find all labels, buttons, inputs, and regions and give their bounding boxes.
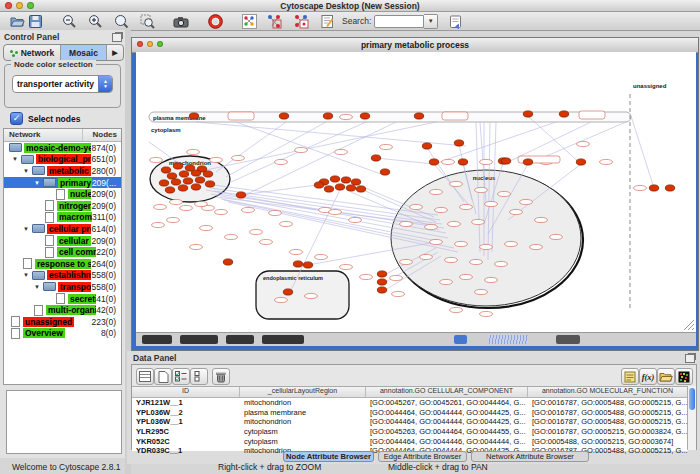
network-node[interactable] (203, 171, 212, 177)
network-node[interactable] (414, 113, 423, 119)
import-attributes-button[interactable] (657, 368, 675, 385)
network-node[interactable] (454, 140, 463, 146)
network-node[interactable] (283, 289, 292, 295)
birds-eye-view[interactable] (6, 390, 122, 454)
create-attribute-button[interactable] (154, 368, 172, 385)
select-nodes-checkbox[interactable]: ✓ (10, 112, 23, 125)
tree-item[interactable]: ▼primary metabo209(... (4, 177, 121, 189)
network-node[interactable] (360, 113, 369, 119)
network-node[interactable] (523, 159, 532, 165)
network-node[interactable] (377, 279, 386, 285)
tree-item[interactable]: Overview8(0) (4, 328, 121, 340)
network-node[interactable] (189, 113, 198, 119)
network-node[interactable] (223, 259, 232, 265)
tree-item[interactable]: cellular metabo209(0) (4, 235, 121, 247)
attribute-checklist-button[interactable] (172, 368, 190, 385)
tree-item[interactable]: ▼establishment of lo558(0) (4, 270, 121, 282)
attribute-list-button[interactable] (190, 368, 208, 385)
network-node[interactable] (351, 179, 360, 185)
tree-item[interactable]: ▼transport558(0) (4, 281, 121, 293)
network-node[interactable] (649, 185, 658, 191)
snapshot-button[interactable] (172, 13, 190, 29)
column-header[interactable]: annotation.GO CELLULAR_COMPONENT (366, 387, 528, 397)
disclosure-triangle-icon[interactable]: ▼ (34, 180, 43, 186)
tree-item[interactable]: multi-organism pro42(0) (4, 304, 121, 316)
disclosure-triangle-icon[interactable]: ▼ (34, 284, 43, 290)
table-scrollbar[interactable] (687, 386, 696, 450)
save-session-button[interactable] (26, 13, 44, 29)
column-header[interactable]: annotation.GO MOLECULAR_FUNCTION (528, 387, 688, 397)
network-node[interactable] (356, 186, 365, 192)
tree-item[interactable]: ▼cellular process614(0) (4, 223, 121, 235)
network-node[interactable] (429, 159, 438, 165)
tab-mosaic[interactable]: Mosaic (61, 45, 107, 60)
tree-item[interactable]: macromolecule311(0) (4, 212, 121, 224)
table-row[interactable]: YJR121W__1mitochondrion[GO:0045267, GO:0… (132, 398, 688, 408)
network-node[interactable] (422, 143, 431, 149)
node-color-combobox[interactable]: transporter activity ▲▼ (12, 75, 113, 93)
first-neighbors-button[interactable] (266, 13, 284, 29)
more-tabs-button[interactable]: ▶ (107, 45, 123, 60)
network-node[interactable] (377, 271, 386, 277)
tab-network[interactable]: Network (4, 45, 61, 60)
disclosure-triangle-icon[interactable]: ▼ (23, 226, 32, 232)
tree-item[interactable]: mosaic-demo-yeast874(0) (4, 142, 121, 154)
search-dropdown-button[interactable]: ▼ (424, 14, 438, 29)
zoom-fit-button[interactable] (112, 13, 130, 29)
network-node[interactable] (178, 185, 187, 191)
network-node[interactable] (330, 176, 339, 182)
tree-item[interactable]: nucleobase-209(0) (4, 188, 121, 200)
tab-edge-attribute-browser[interactable]: Edge Attribute Browser (378, 451, 467, 462)
network-node[interactable] (205, 181, 214, 187)
disclosure-triangle-icon[interactable]: ▼ (23, 168, 32, 174)
network-node[interactable] (191, 184, 200, 190)
table-row[interactable]: YPL036W__1mitochondrion[GO:0044464, GO:0… (132, 417, 688, 427)
network-node[interactable] (501, 158, 510, 164)
search-input[interactable] (374, 15, 424, 28)
tab-network-attribute-browser[interactable]: Network Attribute Browser (471, 451, 589, 462)
network-node[interactable] (293, 261, 302, 267)
network-node[interactable] (167, 173, 176, 179)
tree-item[interactable]: unassigned223(0) (4, 316, 121, 328)
tree-header-nodes[interactable]: Nodes (82, 129, 121, 141)
network-canvas[interactable]: plasma membrane cytoplasm mitochondrion … (136, 52, 696, 332)
network-node[interactable] (161, 167, 170, 173)
network-node[interactable] (173, 163, 182, 169)
scrollbar-thumb[interactable] (689, 388, 695, 410)
tree-item[interactable]: ▼biological_process651(0) (4, 154, 121, 166)
annotation-notes-button[interactable] (621, 368, 639, 385)
network-node[interactable] (279, 113, 288, 119)
zoom-in-button[interactable] (86, 13, 104, 29)
network-node[interactable] (171, 179, 180, 185)
zoom-selected-button[interactable] (138, 13, 156, 29)
network-node[interactable] (183, 178, 192, 184)
network-node[interactable] (346, 185, 355, 191)
column-header[interactable]: ID (132, 387, 240, 397)
disclosure-triangle-icon[interactable]: ▼ (12, 156, 21, 162)
network-node[interactable] (165, 187, 174, 193)
network-node[interactable] (303, 262, 312, 268)
matrix-view-button[interactable] (675, 368, 693, 385)
network-window-titlebar[interactable]: primary metabolic process (132, 38, 698, 53)
network-node[interactable] (371, 155, 380, 161)
open-file-button[interactable] (8, 13, 26, 29)
network-node[interactable] (314, 182, 323, 188)
float-panel-icon[interactable] (112, 33, 122, 42)
resize-grip-icon[interactable] (684, 320, 694, 330)
network-node[interactable] (377, 287, 386, 293)
network-node[interactable] (323, 113, 332, 119)
network-node[interactable] (191, 170, 200, 176)
help-button[interactable] (206, 13, 224, 29)
select-attributes-button[interactable] (136, 368, 154, 385)
tree-item[interactable]: secretion41(0) (4, 293, 121, 305)
expand-network-button[interactable] (292, 13, 310, 29)
tree-item[interactable]: cell communicat22(0) (4, 246, 121, 258)
column-header[interactable]: _cellularLayoutRegion (240, 387, 366, 397)
network-node[interactable] (576, 159, 585, 165)
tree-item[interactable]: response to stimulu264(0) (4, 258, 121, 270)
table-row[interactable]: YKR052Ccytoplasm[GO:0044464, GO:0044446,… (132, 436, 688, 446)
tree-header-network[interactable]: Network (4, 129, 82, 141)
search-options-button[interactable] (446, 13, 464, 29)
network-node[interactable] (665, 185, 674, 191)
tab-node-attribute-browser[interactable]: Node Attribute Browser (283, 451, 374, 462)
